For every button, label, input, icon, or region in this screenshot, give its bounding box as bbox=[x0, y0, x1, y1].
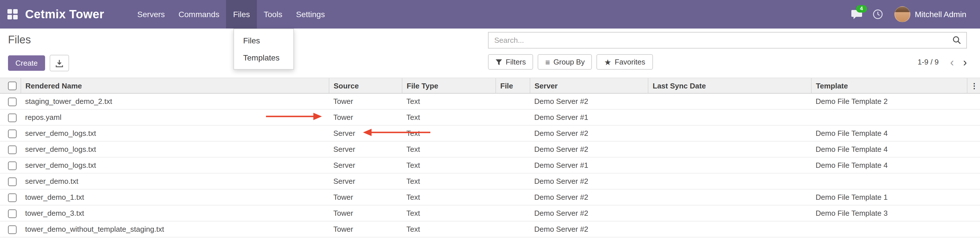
table-row[interactable]: server_demo_logs.txt Server Text Demo Se… bbox=[0, 157, 980, 173]
column-header-file-type[interactable]: File Type bbox=[402, 78, 495, 93]
cell-file-type[interactable]: Text bbox=[402, 157, 495, 173]
cell-server[interactable]: Demo Server #2 bbox=[530, 221, 648, 237]
menu-item-tools[interactable]: Tools bbox=[257, 0, 289, 29]
cell-source[interactable]: Server bbox=[329, 125, 402, 141]
cell-last-sync-date[interactable] bbox=[648, 173, 811, 189]
export-button[interactable] bbox=[50, 55, 69, 71]
cell-file-type[interactable]: Text bbox=[402, 173, 495, 189]
column-header-rendered-name[interactable]: Rendered Name bbox=[21, 78, 329, 93]
cell-template[interactable]: Demo File Template 3 bbox=[811, 205, 967, 221]
cell-template[interactable] bbox=[811, 221, 967, 237]
cell-file[interactable] bbox=[495, 157, 530, 173]
select-all-checkbox[interactable] bbox=[8, 82, 17, 90]
cell-server[interactable]: Demo Server #2 bbox=[530, 189, 648, 205]
column-header-server[interactable]: Server bbox=[530, 78, 648, 93]
activity-button[interactable] bbox=[872, 9, 883, 19]
cell-server[interactable]: Demo Server #1 bbox=[530, 157, 648, 173]
cell-server[interactable]: Demo Server #2 bbox=[530, 205, 648, 221]
cell-file-type[interactable]: Text bbox=[402, 189, 495, 205]
row-checkbox[interactable] bbox=[8, 145, 17, 154]
row-checkbox[interactable] bbox=[8, 97, 17, 106]
table-row[interactable]: staging_tower_demo_2.txt Tower Text Demo… bbox=[0, 93, 980, 109]
cell-rendered-name[interactable]: tower_demo_3.txt bbox=[21, 205, 329, 221]
cell-file[interactable] bbox=[495, 221, 530, 237]
table-row[interactable]: server_demo.txt Server Text Demo Server … bbox=[0, 173, 980, 189]
cell-source[interactable]: Server bbox=[329, 173, 402, 189]
cell-file-type[interactable]: Text bbox=[402, 205, 495, 221]
cell-last-sync-date[interactable] bbox=[648, 157, 811, 173]
cell-last-sync-date[interactable] bbox=[648, 93, 811, 109]
cell-last-sync-date[interactable] bbox=[648, 221, 811, 237]
favorites-button[interactable]: ★ Favorites bbox=[597, 54, 653, 70]
menu-item-settings[interactable]: Settings bbox=[289, 0, 332, 29]
cell-rendered-name[interactable]: server_demo.txt bbox=[21, 173, 329, 189]
table-row[interactable]: tower_demo_without_template_staging.txt … bbox=[0, 221, 980, 237]
cell-template[interactable] bbox=[811, 109, 967, 125]
menu-item-files[interactable]: Files bbox=[226, 0, 257, 29]
row-checkbox[interactable] bbox=[8, 209, 17, 218]
cell-source[interactable]: Tower bbox=[329, 221, 402, 237]
cell-file[interactable] bbox=[495, 125, 530, 141]
cell-rendered-name[interactable]: server_demo_logs.txt bbox=[21, 125, 329, 141]
column-header-last-sync-date[interactable]: Last Sync Date bbox=[648, 78, 811, 93]
cell-file[interactable] bbox=[495, 173, 530, 189]
cell-source[interactable]: Server bbox=[329, 157, 402, 173]
cell-file[interactable] bbox=[495, 141, 530, 157]
table-row[interactable]: tower_demo_1.txt Tower Text Demo Server … bbox=[0, 189, 980, 205]
cell-template[interactable]: Demo File Template 4 bbox=[811, 157, 967, 173]
cell-source[interactable]: Tower bbox=[329, 189, 402, 205]
row-checkbox[interactable] bbox=[8, 129, 17, 138]
cell-last-sync-date[interactable] bbox=[648, 125, 811, 141]
cell-file[interactable] bbox=[495, 189, 530, 205]
row-checkbox[interactable] bbox=[8, 193, 17, 202]
cell-source[interactable]: Tower bbox=[329, 109, 402, 125]
table-row[interactable]: repos.yaml Tower Text Demo Server #1 bbox=[0, 109, 980, 125]
cell-server[interactable]: Demo Server #2 bbox=[530, 93, 648, 109]
messages-button[interactable]: 4 bbox=[851, 10, 862, 19]
app-brand[interactable]: Cetmix Tower bbox=[25, 8, 104, 21]
table-row[interactable]: server_demo_logs.txt Server Text Demo Se… bbox=[0, 125, 980, 141]
cell-rendered-name[interactable]: server_demo_logs.txt bbox=[21, 157, 329, 173]
cell-rendered-name[interactable]: staging_tower_demo_2.txt bbox=[21, 93, 329, 109]
cell-last-sync-date[interactable] bbox=[648, 141, 811, 157]
apps-grid-icon[interactable] bbox=[8, 9, 18, 19]
cell-rendered-name[interactable]: repos.yaml bbox=[21, 109, 329, 125]
cell-server[interactable]: Demo Server #2 bbox=[530, 141, 648, 157]
dropdown-item-files[interactable]: Files bbox=[234, 32, 293, 49]
cell-template[interactable]: Demo File Template 1 bbox=[811, 189, 967, 205]
row-checkbox[interactable] bbox=[8, 225, 17, 234]
cell-file[interactable] bbox=[495, 109, 530, 125]
cell-server[interactable]: Demo Server #2 bbox=[530, 173, 648, 189]
cell-file-type[interactable]: Text bbox=[402, 141, 495, 157]
row-checkbox[interactable] bbox=[8, 177, 17, 186]
filters-button[interactable]: Filters bbox=[488, 54, 533, 70]
cell-server[interactable]: Demo Server #2 bbox=[530, 125, 648, 141]
group-by-button[interactable]: ≡ Group By bbox=[538, 54, 592, 70]
avatar[interactable] bbox=[894, 6, 910, 22]
cell-template[interactable]: Demo File Template 2 bbox=[811, 93, 967, 109]
cell-last-sync-date[interactable] bbox=[648, 205, 811, 221]
column-header-source[interactable]: Source bbox=[329, 78, 402, 93]
dropdown-item-templates[interactable]: Templates bbox=[234, 49, 293, 66]
cell-last-sync-date[interactable] bbox=[648, 189, 811, 205]
search-input[interactable] bbox=[488, 36, 953, 44]
column-header-template[interactable]: Template bbox=[811, 78, 967, 93]
cell-template[interactable]: Demo File Template 4 bbox=[811, 125, 967, 141]
cell-file-type[interactable]: Text bbox=[402, 109, 495, 125]
cell-server[interactable]: Demo Server #1 bbox=[530, 109, 648, 125]
row-checkbox[interactable] bbox=[8, 113, 17, 122]
user-name[interactable]: Mitchell Admin bbox=[915, 10, 966, 19]
cell-file-type[interactable]: Text bbox=[402, 221, 495, 237]
cell-rendered-name[interactable]: server_demo_logs.txt bbox=[21, 141, 329, 157]
cell-last-sync-date[interactable] bbox=[648, 109, 811, 125]
cell-file[interactable] bbox=[495, 93, 530, 109]
row-checkbox[interactable] bbox=[8, 161, 17, 170]
table-row[interactable]: server_demo_logs.txt Server Text Demo Se… bbox=[0, 141, 980, 157]
cell-template[interactable]: Demo File Template 4 bbox=[811, 141, 967, 157]
table-row[interactable]: tower_demo_3.txt Tower Text Demo Server … bbox=[0, 205, 980, 221]
cell-rendered-name[interactable]: tower_demo_1.txt bbox=[21, 189, 329, 205]
search-icon[interactable] bbox=[953, 36, 961, 44]
create-button[interactable]: Create bbox=[8, 56, 45, 71]
menu-item-commands[interactable]: Commands bbox=[172, 0, 226, 29]
cell-file-type[interactable]: Text bbox=[402, 125, 495, 141]
